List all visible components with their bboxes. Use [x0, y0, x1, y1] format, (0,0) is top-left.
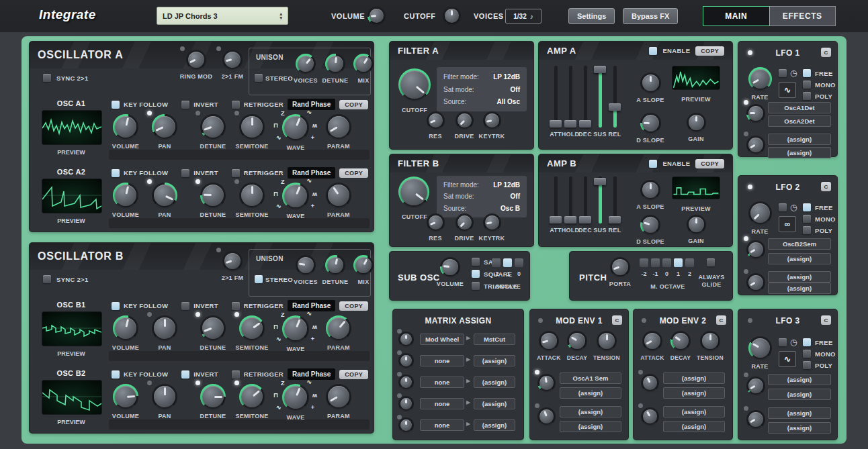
amp-a-copy-button[interactable]: COPY	[695, 46, 724, 56]
sub-octave-0[interactable]	[515, 258, 523, 267]
mod-env-1-slot-3[interactable]: (assign)	[560, 406, 621, 417]
bypass-fx-button[interactable]: Bypass FX	[623, 8, 678, 24]
osc-b1-pan-knob[interactable]	[152, 315, 177, 341]
matrix-source-5[interactable]: none	[420, 419, 464, 431]
osc-a2-retrigger-checkbox[interactable]	[232, 169, 240, 177]
filter-b-cutoff-knob[interactable]	[398, 177, 429, 207]
matrix-target-4[interactable]: (assign)	[474, 398, 515, 409]
lfo-2-c-button[interactable]: C	[821, 182, 831, 191]
osc-b1-semitone-knob[interactable]	[239, 315, 265, 341]
mod-env-1-slot-knob-1[interactable]	[537, 374, 556, 392]
osc-a1-wave-knob[interactable]	[282, 114, 309, 141]
osc-a-unison-mix-knob[interactable]	[353, 54, 374, 74]
matrix-source-4[interactable]: none	[420, 398, 464, 409]
mod-env-1-tension-knob[interactable]	[597, 331, 617, 351]
osc-a1-retrigger-checkbox[interactable]	[232, 101, 240, 109]
amp-b-gain-knob[interactable]	[687, 215, 706, 234]
matrix-source-1[interactable]: Mod Wheel	[420, 334, 464, 345]
amp-a-d-slope-knob[interactable]	[640, 113, 661, 134]
matrix-target-1[interactable]: MstCut	[474, 334, 515, 345]
osc-b1-copy-button[interactable]: COPY	[339, 301, 368, 311]
matrix-source-3[interactable]: none	[420, 377, 464, 388]
sub-octave-minus1[interactable]	[503, 258, 512, 267]
lfo-2-mono-checkbox[interactable]	[803, 215, 811, 223]
mod-env-1-slot-1[interactable]: OscA1 Sem	[560, 372, 621, 384]
tab-effects[interactable]: EFFECTS	[770, 6, 836, 26]
lfo-2-free-checkbox[interactable]	[803, 203, 811, 211]
osc-b2-param-knob[interactable]	[326, 384, 351, 409]
osc-b-unison-detune-knob[interactable]	[325, 255, 345, 275]
osc-a2-volume-knob[interactable]	[113, 183, 138, 208]
amp-a-enable-checkbox[interactable]	[649, 47, 657, 55]
osc-b1-retrigger-checkbox[interactable]	[232, 302, 240, 310]
osc-a2-semitone-knob[interactable]	[239, 183, 265, 208]
amp-b-dec-slider[interactable]: DEC	[579, 177, 591, 234]
lfo-1-c-button[interactable]: C	[821, 48, 831, 57]
m-octave-1[interactable]	[674, 258, 683, 267]
amp-b-sus-slider[interactable]: SUS	[594, 177, 606, 234]
osc-a1-param-knob[interactable]	[326, 114, 351, 140]
lfo-3-slot-4[interactable]: (assign)	[768, 422, 831, 434]
osc-a-sync-checkbox[interactable]	[43, 74, 51, 82]
osc-b-unison-voices-knob[interactable]	[296, 255, 316, 275]
lfo-3-slot-1[interactable]: (assign)	[768, 374, 831, 385]
osc-a1-semitone-knob[interactable]	[239, 114, 265, 140]
mod-env-1-slot-knob-2[interactable]	[537, 407, 556, 426]
lfo-3-wave-box[interactable]: ∿	[779, 351, 796, 367]
osc-b2-invert-checkbox[interactable]	[181, 370, 189, 379]
mod-env-2-slot-4[interactable]: (assign)	[663, 421, 725, 432]
osc-b1-param-knob[interactable]	[326, 315, 351, 341]
osc-b-stereo-checkbox[interactable]	[255, 275, 263, 283]
osc-b1-volume-knob[interactable]	[113, 315, 138, 341]
mod-env-2-slot-knob-1[interactable]	[641, 374, 659, 392]
matrix-knob-4[interactable]	[398, 396, 414, 411]
osc-b-sync-checkbox[interactable]	[43, 275, 51, 283]
osc-b-unison-mix-knob[interactable]	[353, 255, 374, 275]
osc-a2-detune-knob[interactable]	[200, 183, 226, 208]
lfo-2-slot-knob-2[interactable]	[746, 273, 765, 292]
mod-env-2-slot-1[interactable]: (assign)	[663, 372, 725, 384]
osc-a1-pan-knob[interactable]	[152, 114, 177, 140]
osc-a-ring-mod-knob[interactable]	[186, 50, 206, 70]
m-octave-2[interactable]	[685, 258, 694, 267]
lfo-1-rate-knob[interactable]	[748, 67, 772, 91]
lfo-3-slot-knob-2[interactable]	[746, 410, 765, 429]
lfo-2-rate-knob[interactable]	[748, 201, 772, 225]
lfo-1-wave-box[interactable]: ∿	[779, 82, 796, 98]
osc-a2-param-knob[interactable]	[326, 183, 351, 208]
osc-b1-key-follow-checkbox[interactable]	[112, 302, 120, 310]
filter-a-keytrk-knob[interactable]	[483, 111, 501, 130]
sub-osc-volume-knob[interactable]	[440, 257, 460, 277]
preset-select[interactable]: LD JP Chords 3 ▴▾	[157, 7, 288, 25]
m-octave-minus1[interactable]	[651, 258, 660, 267]
osc-a2-copy-button[interactable]: COPY	[339, 168, 368, 178]
lfo-3-rate-knob[interactable]	[748, 336, 772, 360]
amp-b-rel-slider[interactable]: REL	[609, 177, 621, 234]
osc-a-stereo-checkbox[interactable]	[255, 74, 263, 82]
mod-env-1-slot-2[interactable]: (assign)	[560, 387, 621, 399]
matrix-target-5[interactable]: (assign)	[474, 419, 515, 431]
lfo-1-mono-checkbox[interactable]	[803, 81, 811, 89]
m-octave-minus2[interactable]	[640, 258, 648, 267]
lfo-1-free-checkbox[interactable]	[803, 69, 811, 77]
matrix-target-2[interactable]: (assign)	[474, 355, 515, 366]
osc-a2-key-follow-checkbox[interactable]	[112, 169, 120, 177]
sub-triangle-checkbox[interactable]	[472, 282, 480, 290]
osc-a2-pan-knob[interactable]	[152, 183, 177, 208]
mod-env-2-c-button[interactable]: C	[716, 315, 726, 325]
lfo-2-sync-checkbox[interactable]	[779, 203, 787, 211]
osc-a2-wave-knob[interactable]	[282, 183, 309, 209]
pitch-porta-knob[interactable]	[610, 257, 630, 277]
filter-b-keytrk-knob[interactable]	[483, 213, 501, 232]
osc-b2-retrigger-checkbox[interactable]	[232, 370, 240, 379]
sub-saw-checkbox[interactable]	[472, 258, 480, 266]
lfo-3-free-checkbox[interactable]	[803, 338, 811, 346]
osc-b2-volume-knob[interactable]	[113, 384, 138, 409]
amp-a-dec-slider[interactable]: DEC	[579, 66, 591, 138]
osc-b1-invert-checkbox[interactable]	[181, 302, 189, 310]
amp-a-sus-slider[interactable]: SUS	[594, 66, 606, 138]
lfo-3-mono-checkbox[interactable]	[803, 350, 811, 358]
lfo-1-poly-checkbox[interactable]	[803, 92, 811, 100]
matrix-target-3[interactable]: (assign)	[474, 377, 515, 388]
master-volume-knob[interactable]	[367, 7, 386, 25]
